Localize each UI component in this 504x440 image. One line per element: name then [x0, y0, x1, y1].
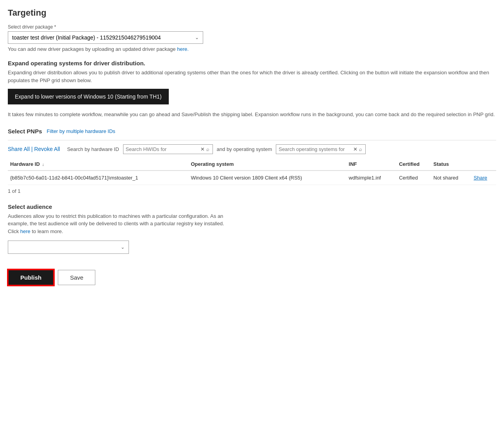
- search-os-icon[interactable]: ⌕: [358, 146, 363, 152]
- col-certified: Certified: [397, 158, 431, 171]
- col-operating-system: Operating system: [188, 158, 346, 171]
- pnp-table: Hardware ID ↓ Operating system INF Certi…: [8, 158, 496, 185]
- search-os-input[interactable]: [279, 146, 352, 152]
- driver-package-label: Select driver package *: [8, 24, 496, 30]
- audience-select[interactable]: [8, 241, 129, 253]
- info-text-before: You can add new driver packages by uploa…: [8, 46, 177, 52]
- search-hwid-icon[interactable]: ⌕: [206, 146, 210, 152]
- search-bar: Share All | Revoke All Search by hardwar…: [8, 140, 496, 158]
- expand-button[interactable]: Expand to lower versions of Windows 10 (…: [8, 89, 169, 104]
- col-status: Status: [431, 158, 471, 171]
- cell-status: Not shared: [431, 171, 471, 185]
- revoke-all-link[interactable]: Revoke All: [34, 146, 60, 152]
- cell-action: Share: [471, 171, 496, 185]
- expand-section: Expand operating systems for driver dist…: [8, 60, 496, 119]
- filter-link[interactable]: Filter by multiple hardware IDs: [47, 128, 116, 134]
- search-hwid-wrapper: ✕ ⌕: [123, 144, 213, 154]
- search-hwid-clear-icon[interactable]: ✕: [200, 146, 206, 152]
- row-count: 1 of 1: [8, 188, 496, 194]
- info-text: You can add new driver packages by uploa…: [8, 46, 496, 52]
- search-os-wrapper: ✕ ⌕: [276, 144, 366, 154]
- cell-inf: wdfsimple1.inf: [347, 171, 397, 185]
- pnp-table-body: {b85b7c50-6a01-11d2-b841-00c04fad5171}\m…: [8, 171, 496, 185]
- expand-note: It takes few minutes to complete workflo…: [8, 111, 496, 119]
- audience-section: Select audience Audiences allow you to r…: [8, 203, 496, 254]
- sort-icon: ↓: [42, 162, 45, 167]
- cell-operating-system: Windows 10 Client version 1809 Client x6…: [188, 171, 346, 185]
- search-os-clear-icon[interactable]: ✕: [352, 146, 358, 152]
- cell-certified: Certified: [397, 171, 431, 185]
- col-inf: INF: [347, 158, 397, 171]
- cell-hardware-id: {b85b7c50-6a01-11d2-b841-00c04fad5171}\m…: [8, 171, 188, 185]
- driver-package-select[interactable]: toaster test driver (Initial Package) - …: [8, 32, 203, 43]
- audience-desc-after: to learn more.: [30, 228, 63, 234]
- page-title: Targeting: [8, 8, 496, 18]
- audience-link[interactable]: here: [20, 228, 30, 234]
- pnp-title: Select PNPs: [8, 128, 42, 135]
- search-hwid-input[interactable]: [126, 146, 200, 152]
- pnp-header: Select PNPs Filter by multiple hardware …: [8, 128, 496, 135]
- pnp-table-header: Hardware ID ↓ Operating system INF Certi…: [8, 158, 496, 171]
- driver-package-select-wrapper: toaster test driver (Initial Package) - …: [8, 31, 203, 44]
- pnp-section: Select PNPs Filter by multiple hardware …: [8, 128, 496, 194]
- col-hardware-id[interactable]: Hardware ID ↓: [8, 158, 188, 171]
- driver-package-section: Select driver package * toaster test dri…: [8, 24, 496, 52]
- publish-button[interactable]: Publish: [8, 269, 54, 286]
- table-row: {b85b7c50-6a01-11d2-b841-00c04fad5171}\m…: [8, 171, 496, 185]
- audience-title: Select audience: [8, 203, 496, 210]
- row-share-link[interactable]: Share: [474, 175, 487, 181]
- expand-description: Expanding driver distribution allows you…: [8, 69, 496, 84]
- pnp-header-row: Hardware ID ↓ Operating system INF Certi…: [8, 158, 496, 171]
- save-button[interactable]: Save: [58, 270, 95, 285]
- audience-select-wrapper: ⌄: [8, 241, 129, 254]
- footer-buttons: Publish Save: [8, 269, 496, 286]
- search-os-label: and by operating system: [217, 146, 272, 152]
- info-link[interactable]: here.: [177, 46, 189, 52]
- share-all-link[interactable]: Share All: [8, 146, 30, 152]
- col-action: [471, 158, 496, 171]
- search-hwid-label: Search by hardware ID: [67, 146, 119, 152]
- share-revoke-group: Share All | Revoke All: [8, 146, 60, 152]
- expand-heading: Expand operating systems for driver dist…: [8, 60, 496, 66]
- audience-description: Audiences allow you to restrict this pub…: [8, 212, 234, 235]
